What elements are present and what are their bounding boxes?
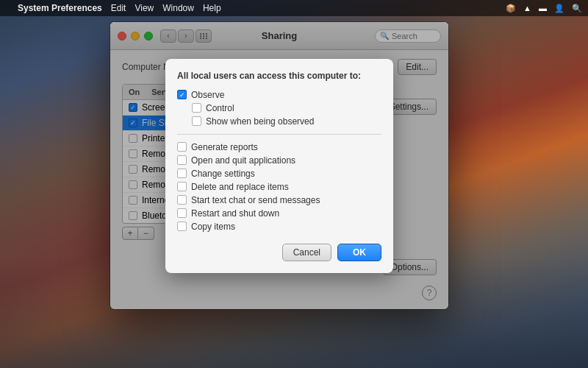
control-option-row: Control	[177, 102, 381, 115]
change-settings-checkbox[interactable]	[177, 169, 187, 178]
menu-view[interactable]: View	[135, 3, 154, 13]
control-label: Control	[206, 103, 234, 113]
start-chat-label: Start text chat or send messages	[191, 195, 320, 205]
restart-shutdown-checkbox[interactable]	[177, 208, 187, 218]
copy-items-label: Copy items	[191, 222, 235, 232]
dropbox-icon: 📦	[506, 4, 516, 13]
modal-overlay: All local users can access this computer…	[110, 22, 448, 309]
restart-shutdown-row: Restart and shut down	[177, 207, 381, 220]
menubar: System Preferences Edit View Window Help…	[0, 0, 588, 16]
change-settings-row: Change settings	[177, 167, 381, 180]
change-settings-label: Change settings	[191, 169, 255, 179]
user-icon: 👤	[554, 4, 564, 13]
menubar-right: 📦 ▲ ▬ 👤 🔍	[506, 4, 582, 13]
desktop: System Preferences Edit View Window Help…	[0, 0, 588, 368]
modal-title: All local users can access this computer…	[177, 71, 381, 81]
open-quit-apps-row: Open and quit applications	[177, 154, 381, 167]
menubar-left: System Preferences Edit View Window Help	[6, 3, 506, 13]
battery-icon: ▬	[539, 4, 547, 13]
delete-replace-checkbox[interactable]	[177, 182, 187, 191]
wifi-icon: ▲	[523, 4, 531, 13]
generate-reports-checkbox[interactable]	[177, 142, 187, 152]
control-checkbox[interactable]	[192, 103, 201, 113]
copy-items-checkbox[interactable]	[177, 222, 187, 231]
observe-label: Observe	[191, 90, 224, 100]
show-observed-option-row: Show when being observed	[177, 115, 381, 128]
delete-replace-label: Delete and replace items	[191, 182, 289, 192]
observe-checkbox[interactable]: ✓	[177, 90, 187, 99]
generate-reports-label: Generate reports	[191, 142, 258, 152]
open-quit-apps-checkbox[interactable]	[177, 155, 187, 165]
show-observed-checkbox[interactable]	[192, 116, 201, 126]
modal-divider	[177, 134, 381, 135]
restart-shutdown-label: Restart and shut down	[191, 208, 279, 219]
app-name[interactable]: System Preferences	[18, 3, 102, 13]
system-preferences-window: ‹ › Sharing 🔍 Computer Name:	[110, 22, 448, 309]
show-observed-label: Show when being observed	[206, 116, 314, 127]
copy-items-row: Copy items	[177, 220, 381, 233]
generate-reports-row: Generate reports	[177, 141, 381, 154]
modal-buttons: Cancel OK	[177, 244, 381, 261]
search-icon[interactable]: 🔍	[572, 4, 582, 13]
ok-button[interactable]: OK	[337, 244, 381, 261]
open-quit-apps-label: Open and quit applications	[191, 155, 295, 166]
start-chat-checkbox[interactable]	[177, 195, 187, 205]
start-chat-row: Start text chat or send messages	[177, 194, 381, 207]
menu-help[interactable]: Help	[203, 3, 221, 13]
menu-edit[interactable]: Edit	[111, 3, 126, 13]
menu-window[interactable]: Window	[162, 3, 194, 13]
delete-replace-row: Delete and replace items	[177, 180, 381, 194]
cancel-button[interactable]: Cancel	[282, 244, 331, 261]
observe-option-row: ✓ Observe	[177, 88, 381, 102]
modal-dialog: All local users can access this computer…	[165, 59, 393, 273]
